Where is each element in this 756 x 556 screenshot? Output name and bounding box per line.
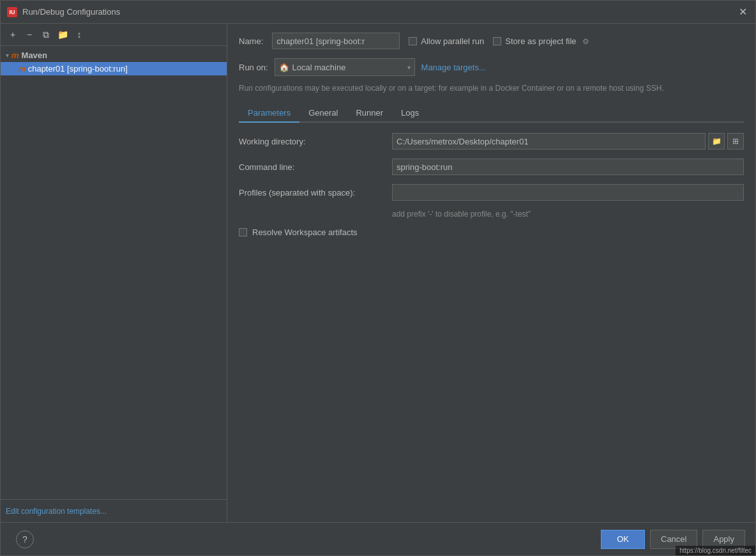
config-panel: Name: Allow parallel run Store as projec… xyxy=(227,24,755,522)
working-dir-macro-button[interactable]: ⊞ xyxy=(727,133,744,150)
config-header: Name: Allow parallel run Store as projec… xyxy=(239,33,744,49)
run-on-hint: Run configurations may be executed local… xyxy=(239,82,744,94)
working-dir-row: Working directory: 📁 ⊞ xyxy=(239,133,744,150)
resolve-workspace-row: Resolve Workspace artifacts xyxy=(239,228,744,237)
config-tree: ▾ m Maven m chapter01 [spring-boot:run] xyxy=(1,46,227,499)
edit-templates-link[interactable]: Edit configuration templates... xyxy=(6,507,107,516)
tree-group-maven-header[interactable]: ▾ m Maven xyxy=(1,49,227,62)
resolve-workspace-checkbox[interactable] xyxy=(239,228,247,236)
sidebar: + − ⧉ 📁 ↕ ▾ m Maven m chapter01 [spring-… xyxy=(1,24,227,522)
help-button[interactable]: ? xyxy=(16,530,34,548)
working-dir-input-row: 📁 ⊞ xyxy=(392,133,744,150)
sidebar-toolbar: + − ⧉ 📁 ↕ xyxy=(1,24,227,46)
command-line-input-row xyxy=(392,158,744,175)
allow-parallel-row: Allow parallel run xyxy=(409,36,484,46)
folder-config-button[interactable]: 📁 xyxy=(56,27,70,42)
profile-hint: add prefix '-' to disable profile, e.g. … xyxy=(392,210,744,219)
name-label: Name: xyxy=(239,36,263,46)
tree-item-chapter01[interactable]: m chapter01 [spring-boot:run] xyxy=(1,62,227,75)
store-project-checkbox[interactable] xyxy=(493,37,501,45)
working-dir-input[interactable] xyxy=(392,133,706,150)
app-icon: IU xyxy=(7,7,17,17)
hint-text-content: Run configurations may be executed local… xyxy=(239,84,664,93)
gear-icon[interactable] xyxy=(582,36,589,46)
allow-parallel-checkbox[interactable] xyxy=(409,37,417,45)
sidebar-bottom: Edit configuration templates... xyxy=(1,499,227,522)
tab-runner[interactable]: Runner xyxy=(347,104,392,123)
url-text: https://blog.csdn.net/filtec xyxy=(679,547,752,554)
tree-group-maven: ▾ m Maven m chapter01 [spring-boot:run] xyxy=(1,49,227,75)
tree-group-label: Maven xyxy=(22,50,47,60)
working-dir-browse-button[interactable]: 📁 xyxy=(708,133,725,150)
profiles-input-row xyxy=(392,184,744,201)
resolve-workspace-label: Resolve Workspace artifacts xyxy=(252,228,358,237)
copy-config-button[interactable]: ⧉ xyxy=(39,27,53,42)
allow-parallel-label: Allow parallel run xyxy=(421,36,484,46)
working-dir-label: Working directory: xyxy=(239,137,392,146)
run-debug-dialog: IU Run/Debug Configurations ✕ + − ⧉ 📁 ↕ … xyxy=(0,0,756,556)
parameters-tab-content: Working directory: 📁 ⊞ Command line: xyxy=(239,133,744,245)
dropdown-value: Local machine xyxy=(292,63,346,72)
title-bar: IU Run/Debug Configurations ✕ xyxy=(1,1,755,24)
profiles-label: Profiles (separated with space): xyxy=(239,188,392,197)
close-button[interactable]: ✕ xyxy=(736,6,749,19)
store-project-row: Store as project file xyxy=(493,36,589,46)
main-content: + − ⧉ 📁 ↕ ▾ m Maven m chapter01 [spring-… xyxy=(1,24,755,522)
sort-config-button[interactable]: ↕ xyxy=(72,27,86,42)
name-input[interactable] xyxy=(272,33,400,49)
command-line-row: Command line: xyxy=(239,158,744,175)
tabs-row: Parameters General Runner Logs xyxy=(239,104,744,123)
profiles-input[interactable] xyxy=(392,184,744,201)
bottom-bar: ? OK Cancel Apply xyxy=(1,522,755,555)
profiles-row: Profiles (separated with space): xyxy=(239,184,744,201)
run-on-label: Run on: xyxy=(239,63,268,72)
run-on-dropdown[interactable]: 🏠 Local machine ▾ xyxy=(275,58,415,76)
tree-item-label: chapter01 [spring-boot:run] xyxy=(28,64,128,73)
url-bar: https://blog.csdn.net/filtec xyxy=(676,546,755,555)
expand-arrow-icon: ▾ xyxy=(6,52,9,59)
ok-button[interactable]: OK xyxy=(601,530,645,549)
remove-config-button[interactable]: − xyxy=(22,27,36,42)
maven-group-icon: m xyxy=(11,50,19,60)
command-line-label: Command line: xyxy=(239,162,392,172)
run-on-row: Run on: 🏠 Local machine ▾ Manage targets… xyxy=(239,58,744,76)
dropdown-home-icon: 🏠 xyxy=(279,63,289,72)
command-line-input[interactable] xyxy=(392,158,744,175)
manage-targets-link[interactable]: Manage targets... xyxy=(421,63,486,72)
dialog-title: Run/Debug Configurations xyxy=(22,7,736,17)
store-project-label: Store as project file xyxy=(505,36,576,46)
tab-logs[interactable]: Logs xyxy=(392,104,428,123)
dropdown-arrow-icon: ▾ xyxy=(407,64,411,71)
maven-item-icon: m xyxy=(19,65,26,73)
tab-general[interactable]: General xyxy=(299,104,347,123)
profile-hint-text: add prefix '-' to disable profile, e.g. … xyxy=(392,210,531,219)
tab-parameters[interactable]: Parameters xyxy=(239,104,299,123)
add-config-button[interactable]: + xyxy=(6,27,20,42)
